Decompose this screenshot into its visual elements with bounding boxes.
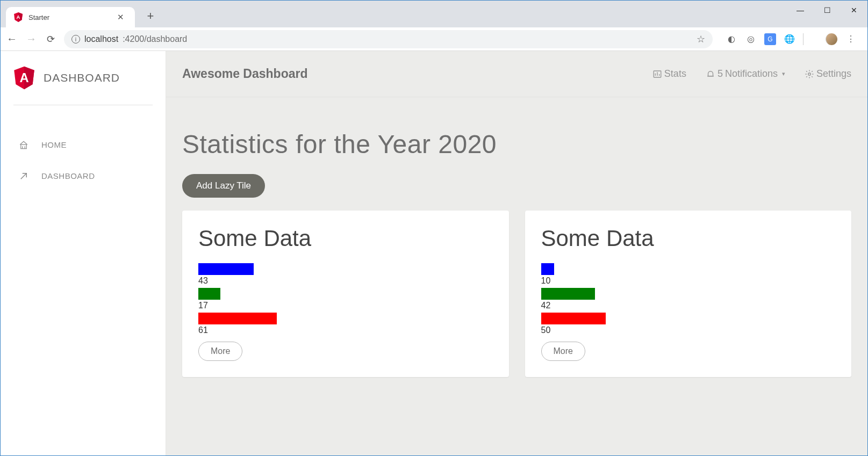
browser-address-bar: ← → ⟳ i localhost:4200/dashboard ☆ ◐ ◎ G… bbox=[1, 27, 867, 51]
bar-value-label: 17 bbox=[198, 301, 493, 310]
extension-icons: ◐ ◎ G 🌐 ⋮ bbox=[726, 33, 862, 45]
browser-tab-title: Starter bbox=[28, 13, 114, 21]
bar bbox=[198, 263, 254, 275]
svg-text:A: A bbox=[17, 14, 20, 20]
topbar-settings-link[interactable]: Settings bbox=[805, 68, 851, 79]
url-path: :4200/dashboard bbox=[123, 34, 187, 44]
bar-value-label: 42 bbox=[541, 301, 836, 310]
bar bbox=[541, 263, 554, 275]
arrow-up-right-icon bbox=[17, 169, 31, 183]
tile-card: Some Data431761More bbox=[182, 211, 509, 377]
sidebar-item-label: DASHBOARD bbox=[41, 171, 95, 180]
window-controls: — ☐ ✕ bbox=[787, 1, 867, 20]
nav-forward-button[interactable]: → bbox=[25, 33, 37, 45]
notif-label: Notifications bbox=[725, 68, 778, 79]
topbar-notifications-dropdown[interactable]: 5Notifications ▾ bbox=[706, 68, 785, 79]
address-input[interactable]: i localhost:4200/dashboard ☆ bbox=[64, 30, 713, 48]
bar bbox=[198, 288, 220, 300]
chevron-down-icon: ▾ bbox=[782, 70, 785, 77]
bar-row bbox=[541, 263, 836, 275]
svg-line-9 bbox=[21, 173, 27, 179]
add-lazy-tile-button[interactable]: Add Lazy Tile bbox=[182, 174, 265, 198]
tab-close-icon[interactable]: ✕ bbox=[114, 12, 127, 22]
sidebar-nav: HOME DASHBOARD bbox=[13, 129, 153, 191]
tile-title: Some Data bbox=[198, 226, 493, 251]
bar-row bbox=[541, 313, 836, 324]
browser-menu-button[interactable]: ⋮ bbox=[845, 33, 857, 45]
topbar-settings-label: Settings bbox=[816, 68, 851, 79]
extension-icon[interactable]: ◎ bbox=[745, 33, 757, 45]
more-button[interactable]: More bbox=[541, 342, 585, 361]
bar-value-label: 43 bbox=[198, 276, 493, 286]
nav-back-button[interactable]: ← bbox=[6, 33, 18, 45]
bar-row bbox=[198, 288, 493, 300]
window-close-button[interactable]: ✕ bbox=[841, 6, 867, 15]
sidebar-item-dashboard[interactable]: DASHBOARD bbox=[13, 160, 153, 191]
extension-icon[interactable]: 🌐 bbox=[784, 33, 795, 45]
topbar-stats-link[interactable]: Stats bbox=[652, 68, 686, 79]
sidebar-item-label: HOME bbox=[41, 140, 67, 149]
browser-window: A Starter ✕ + — ☐ ✕ ← → ⟳ i localhost:42… bbox=[0, 0, 868, 456]
bar-row bbox=[198, 263, 493, 275]
brand: A DASHBOARD bbox=[13, 66, 153, 105]
topbar: Awesome Dashboard Stats 5Notifications ▾ bbox=[166, 51, 867, 97]
nav-reload-button[interactable]: ⟳ bbox=[45, 33, 56, 45]
extension-icon[interactable]: ◐ bbox=[726, 33, 737, 45]
bar-value-label: 61 bbox=[198, 325, 493, 335]
tile-title: Some Data bbox=[541, 226, 836, 251]
topbar-title: Awesome Dashboard bbox=[182, 67, 307, 81]
bar bbox=[198, 313, 277, 324]
content-area: Statistics for the Year 2020 Add Lazy Ti… bbox=[166, 97, 867, 399]
bell-icon bbox=[706, 69, 715, 79]
brand-title: DASHBOARD bbox=[44, 71, 120, 84]
bar-row bbox=[198, 313, 493, 324]
site-info-icon[interactable]: i bbox=[71, 35, 80, 44]
new-tab-button[interactable]: + bbox=[142, 9, 159, 23]
divider bbox=[803, 33, 815, 45]
tile-card: Some Data104250More bbox=[525, 211, 852, 377]
tiles-row: Some Data431761MoreSome Data104250More bbox=[182, 211, 851, 377]
more-button[interactable]: More bbox=[198, 342, 242, 361]
app-root: A DASHBOARD HOME DASHBOARD bbox=[1, 51, 867, 455]
topbar-stats-label: Stats bbox=[664, 68, 686, 79]
main-panel: Awesome Dashboard Stats 5Notifications ▾ bbox=[166, 51, 867, 455]
notif-count: 5 bbox=[718, 68, 723, 79]
profile-avatar[interactable] bbox=[826, 33, 837, 45]
browser-tab[interactable]: A Starter ✕ bbox=[6, 7, 135, 27]
sidebar: A DASHBOARD HOME DASHBOARD bbox=[1, 51, 166, 455]
svg-point-15 bbox=[808, 73, 811, 76]
bar-row bbox=[541, 288, 836, 300]
svg-rect-6 bbox=[21, 144, 27, 149]
bar bbox=[541, 288, 596, 300]
bookmark-star-icon[interactable]: ☆ bbox=[697, 33, 705, 45]
url-host: localhost bbox=[84, 34, 118, 44]
window-maximize-button[interactable]: ☐ bbox=[814, 6, 841, 15]
bar-value-label: 50 bbox=[541, 325, 836, 335]
browser-title-bar: A Starter ✕ + — ☐ ✕ bbox=[1, 1, 867, 27]
bar bbox=[541, 313, 606, 324]
gear-icon bbox=[805, 69, 814, 79]
topbar-right: Stats 5Notifications ▾ Settings bbox=[652, 68, 851, 79]
home-icon bbox=[17, 137, 31, 151]
window-minimize-button[interactable]: — bbox=[787, 6, 814, 15]
svg-text:A: A bbox=[19, 70, 28, 85]
extension-translate-icon[interactable]: G bbox=[764, 33, 776, 45]
bar-value-label: 10 bbox=[541, 276, 836, 286]
page-title: Statistics for the Year 2020 bbox=[182, 129, 851, 159]
sidebar-item-home[interactable]: HOME bbox=[13, 129, 153, 160]
chart-icon bbox=[652, 69, 662, 79]
angular-logo-icon: A bbox=[13, 66, 35, 90]
angular-favicon-icon: A bbox=[13, 12, 23, 22]
